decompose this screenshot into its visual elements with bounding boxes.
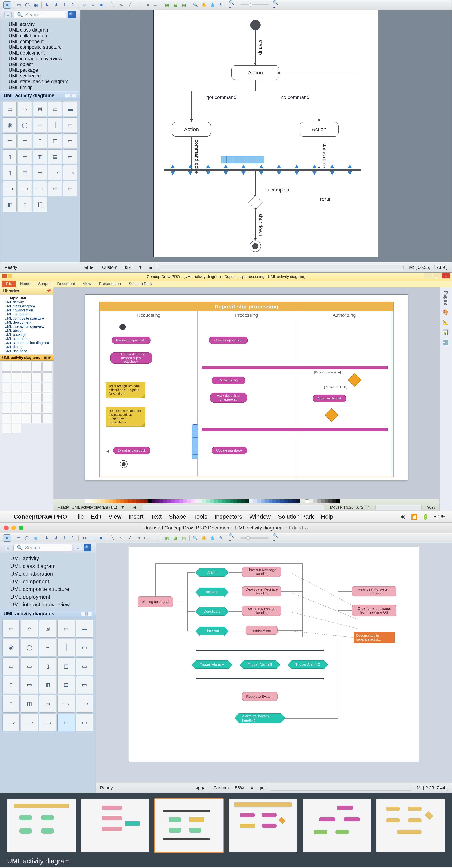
palette-ctrl[interactable]	[71, 94, 76, 97]
search-button[interactable]: 🔍	[68, 11, 76, 19]
palette-ctrl[interactable]	[65, 94, 70, 97]
menu-item[interactable]: Solution Park	[278, 513, 314, 520]
shape-cell[interactable]: ◫	[18, 165, 32, 180]
shape-cell[interactable]: ▭	[18, 133, 32, 148]
shape-cell[interactable]: ▯	[3, 149, 17, 164]
palette-ctrl[interactable]	[87, 612, 92, 616]
rect-tool[interactable]: ▭	[15, 1, 23, 8]
shape-cell[interactable]	[32, 413, 42, 423]
nav-arrow-left[interactable]: ◀	[107, 449, 109, 454]
pointer-tool[interactable]: ➤	[3, 534, 11, 541]
grid-tool-3[interactable]: ▤	[180, 1, 188, 8]
shape-cell[interactable]	[12, 372, 22, 382]
shape-cell[interactable]: ▤	[48, 149, 62, 164]
activity-node[interactable]: Update passbook	[212, 447, 247, 454]
tree-item[interactable]: UML use case	[5, 349, 52, 353]
shape-cell[interactable]: ▯	[18, 197, 32, 212]
sync-bar[interactable]	[196, 650, 324, 651]
shape-cell[interactable]	[22, 362, 32, 372]
shape-cell[interactable]: ◯	[18, 118, 32, 132]
edit-tool[interactable]: ✎	[217, 1, 225, 8]
line-tool-4[interactable]: ⟋	[134, 1, 142, 8]
shape-cell[interactable]: ⟦⟧	[33, 197, 47, 212]
selection-toolbar[interactable]	[221, 156, 264, 163]
library-item[interactable]: UML component	[10, 578, 92, 585]
line-tool-2[interactable]: ∿	[118, 1, 125, 8]
shape-cell[interactable]: ┃	[48, 118, 62, 132]
shape-cell[interactable]: ▭	[63, 181, 77, 196]
connector-tool-1[interactable]: ↳	[43, 1, 51, 8]
connector-tool[interactable]: ↳	[43, 534, 51, 541]
shape-cell[interactable]: ━	[33, 118, 47, 132]
page-prev[interactable]: ◀	[84, 265, 88, 270]
rect-tool[interactable]: ▭	[15, 534, 23, 541]
battery-icon[interactable]: 🔋	[422, 514, 429, 520]
shape-cell[interactable]: ◇	[18, 101, 32, 116]
minimize-button[interactable]	[11, 526, 16, 530]
grid-tool[interactable]: ▤	[180, 534, 188, 541]
shape-cell[interactable]: ▬	[76, 620, 93, 638]
tree-item[interactable]: UML deployment	[5, 320, 52, 324]
hscroll3[interactable]	[270, 785, 411, 790]
library-item[interactable]: UML sequence	[9, 73, 77, 79]
shape-cell[interactable]: ▯	[3, 165, 17, 180]
ellipse-tool[interactable]: ◯	[23, 1, 31, 8]
signal-node[interactable]: Time-out	[200, 626, 224, 635]
tree-item[interactable]: UML timing	[5, 345, 52, 349]
template-thumb-selected[interactable]	[155, 799, 223, 852]
shape-cell[interactable]: ⟶	[63, 165, 77, 180]
shape-cell[interactable]	[42, 403, 52, 413]
shape-cell[interactable]: ⊠	[39, 620, 56, 638]
close-button[interactable]: ✕	[442, 273, 450, 278]
template-thumb[interactable]	[229, 799, 297, 852]
shape-cell[interactable]: ▭	[33, 165, 47, 180]
search-button[interactable]: 🔍	[84, 544, 91, 552]
shape-cell[interactable]: ◫	[57, 657, 74, 675]
shape-cell[interactable]: ◇	[21, 620, 38, 638]
connector-tool-3[interactable]: ⤴	[60, 1, 68, 8]
page-prev[interactable]: ◀	[196, 785, 199, 790]
sync-bar[interactable]	[196, 678, 324, 679]
hscroll2[interactable]	[142, 505, 324, 510]
rside-icon[interactable]: 🔤	[443, 339, 449, 345]
menu-item[interactable]: Text	[151, 513, 162, 520]
zoom-slider[interactable]	[240, 537, 269, 538]
menu-item[interactable]: Window	[249, 513, 271, 520]
rside-icon[interactable]: 🎨	[443, 309, 449, 315]
shape-cell[interactable]	[22, 403, 32, 413]
eyedrop-tool[interactable]: 💧	[208, 534, 216, 541]
shape-cell[interactable]: ▯	[39, 657, 56, 675]
shape-cell[interactable]	[32, 403, 42, 413]
arrow-tool[interactable]: ⇥	[143, 1, 151, 8]
line-tool[interactable]: ╲	[109, 534, 117, 541]
shape-cell[interactable]: ⟶	[48, 165, 62, 180]
shape-cell[interactable]: ▭	[3, 133, 17, 148]
shape-cell[interactable]: ▭	[3, 101, 17, 116]
zoom-tool[interactable]: 🔍	[191, 1, 200, 8]
library-item[interactable]: UML collaboration	[9, 33, 77, 39]
connector-tool-4[interactable]: ⤵	[69, 1, 77, 8]
sync-bar[interactable]	[202, 366, 388, 369]
library-item[interactable]: UML state machine diagram	[9, 79, 77, 84]
menu-item[interactable]: Help	[321, 513, 333, 520]
activity-node[interactable]: Approve deposit	[313, 395, 346, 402]
list-view-toggle[interactable]: ☰	[74, 545, 82, 551]
shape-cell[interactable]	[2, 393, 11, 402]
action-node[interactable]: Action	[300, 122, 338, 137]
shape-cell[interactable]	[2, 424, 11, 433]
group-tool-1[interactable]: ⧉	[81, 1, 88, 8]
shape-cell[interactable]: ▥	[39, 676, 56, 694]
shape-cell[interactable]: ◯	[21, 639, 38, 656]
signal-node[interactable]: Trigger Alarm C	[292, 660, 324, 669]
align-tool[interactable]: ≡	[151, 534, 159, 541]
shape-cell[interactable]	[42, 372, 52, 382]
line-tool[interactable]: ∿	[117, 534, 125, 541]
eyedrop-tool[interactable]: 💧	[209, 1, 216, 8]
shape-cell[interactable]: ⟶	[76, 695, 93, 713]
activity-node[interactable]: Create deposit slip	[209, 337, 248, 344]
connector-tool[interactable]: ⤴	[60, 534, 68, 541]
activity-node[interactable]: Request deposit slip	[112, 337, 151, 344]
selection-toolbar[interactable]	[192, 425, 198, 459]
cell-tool[interactable]: ▦	[32, 1, 40, 8]
tree-item[interactable]: UML package	[5, 333, 52, 337]
